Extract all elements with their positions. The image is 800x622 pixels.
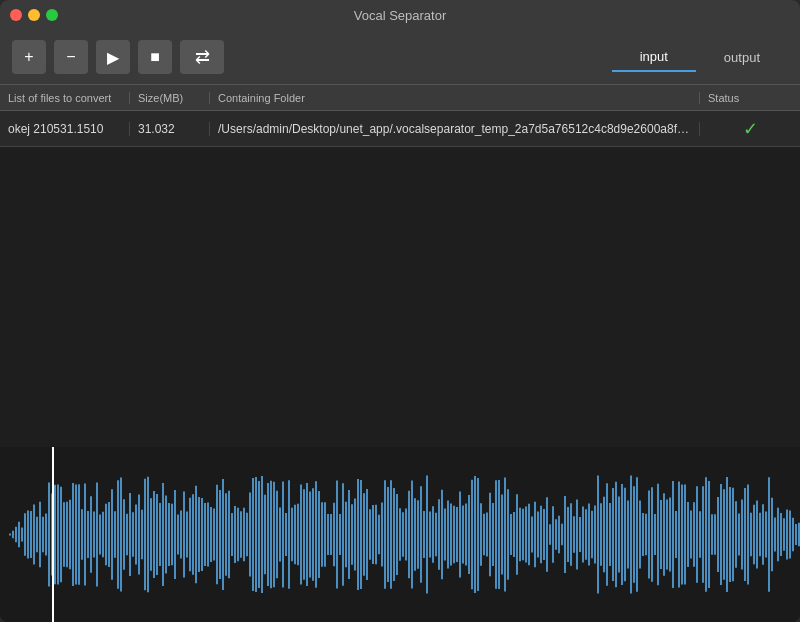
app-window: Vocal Separator + − ▶ ■ ⇄ input output L…: [0, 0, 800, 622]
close-button[interactable]: [10, 9, 22, 21]
cell-folder: /Users/admin/Desktop/unet_app/.vocalsepa…: [210, 122, 700, 136]
add-button[interactable]: +: [12, 40, 46, 74]
play-button[interactable]: ▶: [96, 40, 130, 74]
traffic-lights: [10, 9, 58, 21]
add-icon: +: [24, 48, 33, 66]
cell-size: 31.032: [130, 122, 210, 136]
play-icon: ▶: [107, 48, 119, 67]
cell-filename: okej 210531.1510: [0, 122, 130, 136]
col-header-status: Status: [700, 92, 800, 104]
table-row[interactable]: okej 210531.1510 31.032 /Users/admin/Des…: [0, 111, 800, 147]
convert-icon: ⇄: [195, 46, 210, 68]
maximize-button[interactable]: [46, 9, 58, 21]
playhead: [52, 447, 54, 622]
content-area: [0, 147, 800, 622]
tab-input[interactable]: input: [612, 43, 696, 72]
minus-icon: −: [66, 48, 75, 66]
tab-output[interactable]: output: [696, 43, 788, 72]
window-title: Vocal Separator: [354, 8, 447, 23]
col-header-filename: List of files to convert: [0, 92, 130, 104]
remove-button[interactable]: −: [54, 40, 88, 74]
stop-button[interactable]: ■: [138, 40, 172, 74]
table-header: List of files to convert Size(MB) Contai…: [0, 85, 800, 111]
cell-status: ✓: [700, 118, 800, 140]
minimize-button[interactable]: [28, 9, 40, 21]
col-header-folder: Containing Folder: [210, 92, 700, 104]
col-header-size: Size(MB): [130, 92, 210, 104]
toolbar: + − ▶ ■ ⇄ input output: [0, 30, 800, 85]
tabs: input output: [612, 43, 788, 72]
status-checkmark: ✓: [743, 118, 758, 140]
stop-icon: ■: [150, 48, 160, 66]
title-bar: Vocal Separator: [0, 0, 800, 30]
waveform-container[interactable]: [0, 447, 800, 622]
convert-button[interactable]: ⇄: [180, 40, 224, 74]
waveform-display[interactable]: [0, 447, 800, 622]
